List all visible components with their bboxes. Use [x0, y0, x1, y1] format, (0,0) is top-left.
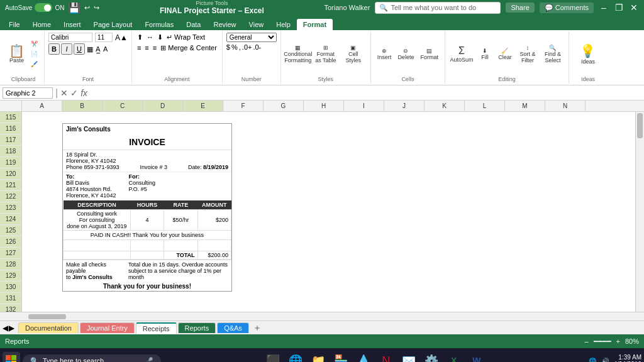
prev-sheet-button[interactable]: ◀ — [3, 324, 8, 332]
tab-qas[interactable]: Q&As — [217, 322, 249, 333]
copy-button[interactable]: 📄 — [28, 50, 40, 58]
horizontal-scrollbar[interactable] — [22, 312, 635, 321]
format-painter-button[interactable]: 🖌️ — [28, 60, 40, 69]
next-sheet-button[interactable]: ▶ — [9, 324, 14, 332]
delete-button[interactable]: ⊖ Delete — [395, 47, 416, 62]
minimize-button[interactable]: – — [599, 3, 609, 13]
sort-filter-button[interactable]: ↕ Sort & Filter — [516, 43, 540, 65]
col-J[interactable]: J — [384, 101, 425, 111]
insert-button[interactable]: ⊕ Insert — [375, 47, 394, 62]
formula-input[interactable] — [90, 89, 641, 97]
clear-button[interactable]: 🧹 Clear — [496, 47, 514, 62]
font-size-input[interactable] — [95, 33, 113, 42]
col-G[interactable]: G — [264, 101, 304, 111]
confirm-formula-button[interactable]: ✓ — [70, 88, 78, 98]
scroll-thumb-v[interactable] — [637, 113, 643, 138]
col-F[interactable]: F — [223, 101, 264, 111]
tab-page-layout[interactable]: Page Layout — [87, 19, 139, 30]
file-explorer-icon[interactable]: 📁 — [308, 351, 328, 362]
col-N[interactable]: N — [545, 101, 586, 111]
col-A[interactable]: A — [22, 101, 62, 111]
increase-decimal-button[interactable]: .0+ — [242, 43, 252, 51]
tab-data[interactable]: Data — [180, 19, 207, 30]
cell-styles-button[interactable]: ▣ Cell Styles — [340, 43, 367, 65]
excel-taskbar-icon[interactable]: X — [444, 351, 464, 362]
font-family-input[interactable] — [48, 33, 92, 42]
cut-button[interactable]: ✂️ — [28, 40, 40, 48]
autosave-toggle[interactable] — [35, 3, 52, 12]
align-middle-button[interactable]: ↔ — [145, 33, 155, 42]
align-left-button[interactable]: ≡ — [136, 43, 142, 53]
zoom-in-button[interactable]: + — [616, 337, 620, 345]
edge-icon[interactable]: 🌐 — [286, 351, 306, 362]
undo-button[interactable]: ↩ — [84, 4, 90, 12]
col-E[interactable]: E — [183, 101, 223, 111]
tab-documentation[interactable]: Documentation — [18, 322, 79, 333]
share-button[interactable]: Share — [506, 3, 534, 13]
tab-insert[interactable]: Insert — [57, 19, 87, 30]
redo-button[interactable]: ↪ — [94, 4, 99, 12]
tab-view[interactable]: View — [243, 19, 270, 30]
mail-icon[interactable]: ✉️ — [399, 351, 419, 362]
col-B[interactable]: B — [62, 101, 103, 111]
settings-icon[interactable]: ⚙️ — [421, 351, 441, 362]
tab-home[interactable]: Home — [26, 19, 57, 30]
tab-receipts[interactable]: Receipts — [136, 322, 177, 334]
bold-button[interactable]: B — [48, 43, 60, 55]
scroll-thumb-h[interactable] — [28, 314, 66, 319]
netflix-icon[interactable]: N — [376, 351, 396, 362]
underline-button[interactable]: U — [74, 43, 85, 55]
task-view-icon[interactable]: ⬛ — [263, 351, 283, 362]
tell-me-box[interactable]: 🔍 Tell me what you want to do — [375, 2, 501, 14]
comments-button[interactable]: 💬 Comments — [540, 3, 594, 13]
store-icon[interactable]: 🏪 — [331, 351, 351, 362]
align-bottom-button[interactable]: ⬇ — [156, 33, 164, 42]
paste-button[interactable]: 📋 Paste — [6, 43, 27, 65]
word-taskbar-icon[interactable]: W — [467, 351, 487, 362]
add-sheet-button[interactable]: ＋ — [250, 322, 264, 334]
format-as-table-button[interactable]: ⊞ Format as Table — [313, 43, 339, 65]
col-M[interactable]: M — [505, 101, 545, 111]
ideas-button[interactable]: 💡 Ideas — [577, 42, 598, 66]
taskbar-search-box[interactable]: 🔍 Type here to search 🎤 — [23, 354, 161, 363]
tab-format[interactable]: Format — [297, 19, 333, 30]
comma-format-button[interactable]: , — [239, 43, 241, 51]
align-top-button[interactable]: ⬆ — [136, 33, 144, 42]
border-button[interactable]: ▦ — [86, 45, 94, 54]
percent-format-button[interactable]: % — [231, 43, 238, 51]
merge-center-button[interactable]: ⊞ Merge & Center — [159, 43, 218, 53]
italic-button[interactable]: I — [61, 43, 72, 55]
find-select-button[interactable]: 🔍 Find & Select — [541, 43, 565, 65]
autosum-button[interactable]: Σ AutoSum — [449, 44, 474, 64]
align-center-button[interactable]: ≡ — [143, 43, 150, 53]
col-H[interactable]: H — [304, 101, 344, 111]
tab-journal-entry[interactable]: Journal Entry — [80, 322, 135, 333]
zoom-out-button[interactable]: – — [584, 337, 588, 345]
fill-color-button[interactable]: A̲ — [95, 45, 101, 54]
start-button[interactable] — [3, 352, 20, 362]
increase-font-button[interactable]: A▲ — [115, 33, 128, 42]
name-box[interactable] — [3, 87, 53, 99]
col-D[interactable]: D — [143, 101, 183, 111]
align-right-button[interactable]: ≡ — [152, 43, 158, 53]
save-icon[interactable]: 💾 — [68, 2, 80, 14]
wrap-text-button[interactable]: ↵ Wrap Text — [165, 33, 206, 42]
number-format-select[interactable]: General Number Currency — [226, 33, 277, 42]
col-I[interactable]: I — [344, 101, 384, 111]
dropbox-icon[interactable]: 💧 — [353, 351, 374, 362]
insert-function-button[interactable]: fx — [80, 88, 87, 98]
col-K[interactable]: K — [425, 101, 465, 111]
decrease-decimal-button[interactable]: .0- — [253, 43, 261, 51]
col-L[interactable]: L — [465, 101, 505, 111]
accounting-format-button[interactable]: $ — [226, 43, 230, 51]
tab-file[interactable]: File — [3, 19, 26, 30]
close-button[interactable]: ✕ — [629, 3, 639, 13]
vertical-scrollbar[interactable] — [635, 112, 644, 312]
fill-button[interactable]: ⬇ Fill — [475, 47, 494, 62]
font-color-button[interactable]: A — [103, 45, 108, 53]
cancel-formula-button[interactable]: ✕ — [60, 88, 68, 98]
tab-review[interactable]: Review — [207, 19, 242, 30]
conditional-formatting-button[interactable]: ▦ Conditional Formatting — [285, 43, 311, 65]
format-button[interactable]: ▤ Format — [418, 47, 441, 62]
col-C[interactable]: C — [103, 101, 143, 111]
